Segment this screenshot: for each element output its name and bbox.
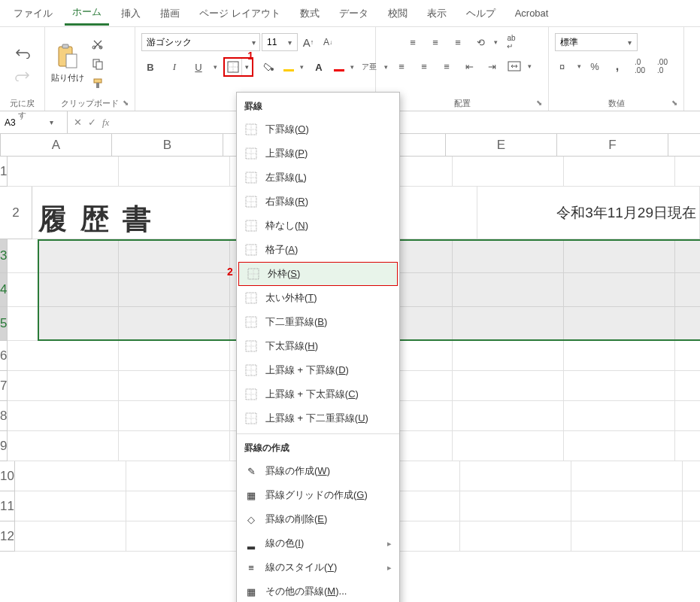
undo-button[interactable] — [14, 44, 32, 62]
menu-item-border[interactable]: 下罫線(O) — [237, 117, 399, 141]
menu-item-draw[interactable]: ▦その他の罫線(M)... — [237, 579, 399, 602]
increase-indent-button[interactable]: ⇥ — [483, 57, 501, 75]
formula-input[interactable] — [115, 111, 700, 133]
menu-item-border[interactable]: 枠なし(N) — [237, 214, 399, 238]
number-format-combo[interactable]: ▾ — [555, 33, 638, 51]
font-size-combo[interactable]: ▾ — [262, 33, 298, 51]
row-header[interactable]: 11 — [0, 491, 15, 521]
tab-formulas[interactable]: 数式 — [292, 2, 327, 25]
row-header[interactable]: 2 — [0, 187, 32, 239]
row-header[interactable]: 1 — [0, 157, 8, 187]
align-left-button[interactable]: ≡ — [392, 57, 411, 75]
menu-item-border[interactable]: 太い外枠(T) — [237, 286, 399, 310]
copy-button[interactable] — [89, 55, 107, 73]
menu-item-border[interactable]: 下太罫線(H) — [237, 334, 399, 358]
number-launcher[interactable]: ⬊ — [671, 97, 677, 109]
menu-item-label: 下太罫線(H) — [265, 339, 318, 353]
tab-file[interactable]: ファイル — [6, 2, 60, 25]
enter-icon[interactable]: ✓ — [88, 117, 96, 128]
row-header[interactable]: 12 — [0, 521, 15, 552]
menu-item-draw[interactable]: ▂線の色(I)▸ — [237, 531, 399, 555]
menu-item-draw[interactable]: ✎罫線の作成(W) — [237, 459, 399, 483]
cut-button[interactable] — [89, 35, 107, 53]
orientation-button[interactable]: ⟲ — [471, 33, 489, 51]
align-right-button[interactable]: ≡ — [438, 57, 456, 75]
tab-acrobat[interactable]: Acrobat — [508, 3, 556, 23]
clipboard-launcher[interactable]: ⬊ — [123, 97, 129, 109]
menu-item-border[interactable]: 上罫線(P) — [237, 141, 399, 166]
col-header[interactable]: F — [557, 134, 668, 157]
name-box[interactable]: ▾ — [0, 111, 68, 133]
number-format-input[interactable] — [556, 37, 623, 47]
wrap-text-button[interactable]: ab↵ — [502, 33, 520, 51]
merge-button[interactable] — [505, 57, 523, 75]
increase-font-button[interactable]: A↑ — [299, 33, 317, 51]
cancel-icon[interactable]: ✕ — [74, 117, 82, 128]
menu-item-border[interactable]: 上罫線 + 下罫線(D) — [237, 358, 399, 382]
col-header[interactable]: A — [1, 134, 112, 157]
redo-button[interactable] — [14, 66, 32, 84]
svg-rect-1 — [62, 44, 68, 48]
font-size-input[interactable] — [262, 37, 283, 47]
row-header[interactable]: 7 — [0, 371, 8, 401]
font-name-input[interactable] — [142, 37, 247, 47]
tab-page-layout[interactable]: ページ レイアウト — [192, 2, 288, 25]
font-name-combo[interactable]: ▾ — [141, 33, 260, 51]
menu-item-border[interactable]: 2外枠(S) — [238, 262, 398, 286]
format-painter-button[interactable] — [89, 74, 107, 93]
tab-draw[interactable]: 描画 — [153, 2, 187, 25]
menu-item-draw[interactable]: ◇罫線の削除(E) — [237, 507, 399, 531]
borders-split-button[interactable]: 1 ▾ — [223, 57, 253, 77]
col-header[interactable]: B — [112, 134, 223, 157]
menu-item-border[interactable]: 上罫線 + 下太罫線(C) — [237, 382, 399, 406]
row-header[interactable]: 4 — [0, 273, 8, 307]
menu-item-border[interactable]: 下二重罫線(B) — [237, 310, 399, 334]
underline-button[interactable]: U — [189, 58, 208, 76]
cell-e2[interactable]: 令和3年11月29日現在 — [477, 187, 699, 239]
alignment-launcher[interactable]: ⬊ — [536, 97, 542, 109]
tab-insert[interactable]: 挿入 — [114, 2, 148, 25]
decrease-font-button[interactable]: A↓ — [319, 33, 337, 51]
clipboard-icon — [56, 44, 80, 71]
align-center-button[interactable]: ≡ — [415, 57, 433, 75]
tab-help[interactable]: ヘルプ — [459, 2, 503, 25]
menu-item-border[interactable]: 左罫線(L) — [237, 166, 399, 190]
percent-button[interactable]: % — [586, 57, 604, 75]
font-color-button[interactable]: A — [310, 58, 328, 76]
comma-button[interactable]: , — [608, 57, 626, 75]
italic-button[interactable]: I — [165, 58, 183, 76]
decrease-decimal-button[interactable]: .00.0 — [653, 57, 671, 75]
col-header[interactable]: E — [446, 134, 557, 157]
row-header[interactable]: 8 — [0, 401, 8, 431]
increase-decimal-button[interactable]: .0.00 — [631, 57, 649, 75]
decrease-indent-button[interactable]: ⇤ — [460, 57, 478, 75]
menu-item-border[interactable]: 格子(A) — [237, 238, 399, 262]
menu-item-draw[interactable]: ≡線のスタイル(Y)▸ — [237, 555, 399, 579]
menu-item-border[interactable]: 右罫線(R) — [237, 190, 399, 214]
tab-view[interactable]: 表示 — [420, 2, 454, 25]
row-header[interactable]: 5 — [0, 307, 8, 341]
menu-item-draw[interactable]: ▦罫線グリッドの作成(G) — [237, 483, 399, 507]
align-middle-button[interactable]: ≡ — [426, 33, 444, 51]
tab-home[interactable]: ホーム — [65, 1, 109, 26]
draw-icon: ▂ — [244, 537, 258, 550]
chevron-down-icon: ▾ — [283, 38, 295, 47]
currency-icon: ¤ — [558, 60, 570, 72]
bold-button[interactable]: B — [141, 58, 159, 76]
paste-button[interactable]: 貼り付け — [51, 44, 84, 84]
row-header[interactable]: 10 — [0, 461, 15, 491]
fx-icon[interactable]: fx — [102, 117, 109, 129]
fill-color-button[interactable] — [259, 58, 277, 76]
col-header[interactable]: G — [668, 134, 700, 157]
cell-a2[interactable]: 履歴書 — [32, 187, 255, 239]
row-header[interactable]: 9 — [0, 431, 8, 461]
align-top-button[interactable]: ≡ — [404, 33, 422, 51]
name-box-input[interactable] — [5, 117, 50, 128]
tab-review[interactable]: 校閲 — [380, 2, 415, 25]
row-header[interactable]: 6 — [0, 341, 8, 371]
accounting-button[interactable]: ¤ — [555, 57, 573, 75]
menu-item-border[interactable]: 上罫線 + 下二重罫線(U) — [237, 406, 399, 430]
align-bottom-button[interactable]: ≡ — [449, 33, 467, 51]
row-header[interactable]: 3 — [0, 239, 8, 273]
tab-data[interactable]: データ — [332, 2, 376, 25]
